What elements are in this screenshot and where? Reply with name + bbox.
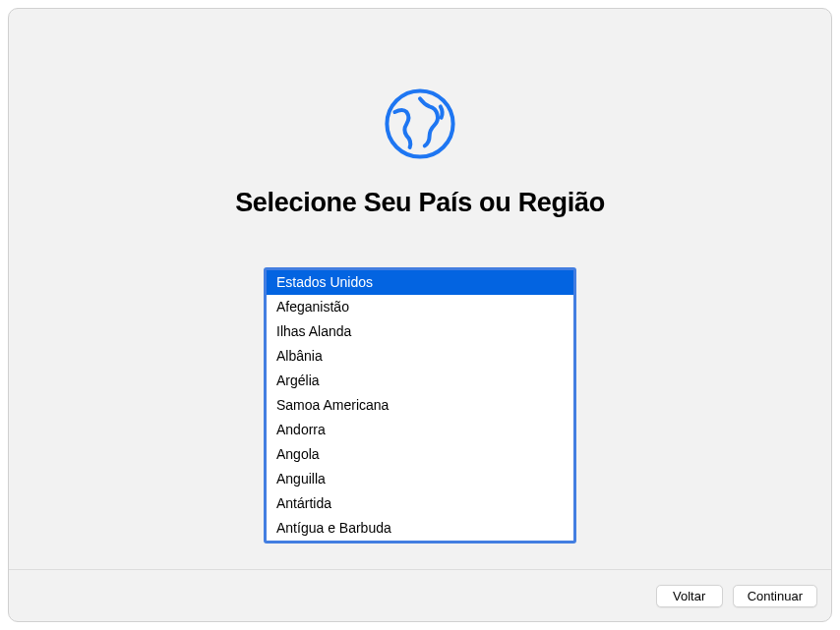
country-list-item[interactable]: Samoa Americana — [267, 393, 573, 418]
country-list-item[interactable]: Angola — [267, 442, 573, 467]
country-list-item[interactable]: Anguilla — [267, 467, 573, 491]
back-button[interactable]: Voltar — [656, 585, 723, 607]
country-list-item[interactable]: Afeganistão — [267, 295, 573, 319]
footer-bar: Voltar Continuar — [9, 569, 831, 621]
country-list-item[interactable]: Estados Unidos — [267, 270, 573, 295]
setup-window: Selecione Seu País ou Região Estados Uni… — [8, 8, 832, 622]
country-list-item[interactable]: Albânia — [267, 344, 573, 369]
country-list-item[interactable]: Argélia — [267, 369, 573, 393]
continue-button[interactable]: Continuar — [733, 585, 817, 607]
country-list-item[interactable]: Andorra — [267, 418, 573, 442]
country-list-item[interactable]: Ilhas Alanda — [267, 319, 573, 344]
country-list-item[interactable]: Antártida — [267, 491, 573, 516]
main-content: Selecione Seu País ou Região Estados Uni… — [9, 9, 831, 621]
country-listbox[interactable]: Estados UnidosAfeganistãoIlhas AlandaAlb… — [264, 267, 576, 544]
globe-icon — [376, 80, 464, 168]
page-title: Selecione Seu País ou Região — [235, 188, 605, 218]
country-list-item[interactable]: Antígua e Barbuda — [267, 516, 573, 541]
